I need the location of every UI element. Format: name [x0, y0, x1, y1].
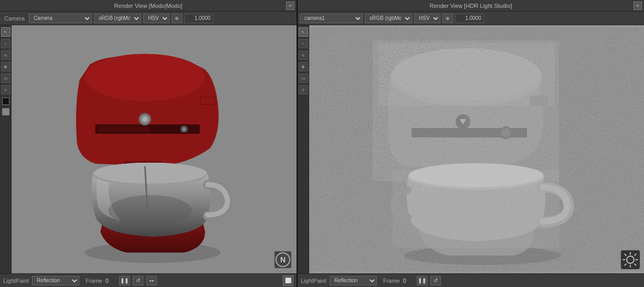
left-tool-frame[interactable]: ▭ — [1, 73, 10, 83]
left-tool-lasso[interactable]: ∿ — [1, 50, 10, 60]
right-tool-zoom[interactable]: ⊕ — [299, 62, 308, 71]
right-toolbar: camera1 sRGB (rgbMonitor) HSV ⊕ — [298, 12, 644, 25]
left-reflection-select[interactable]: Reflection — [32, 276, 79, 285]
left-colorspace-select[interactable]: sRGB (rgbMonitor) — [94, 14, 141, 23]
svg-point-18 — [93, 163, 206, 184]
right-title: Render View [HDR Light Studio] — [430, 3, 512, 9]
left-dots-button[interactable]: ●● — [146, 276, 157, 285]
right-frame-label: Frame — [383, 278, 400, 284]
left-mixer-svg — [12, 25, 297, 273]
left-refresh-button[interactable]: ↺ — [133, 276, 143, 285]
left-title: Render View [Modo|Modo] — [114, 3, 183, 9]
right-watermark — [621, 250, 640, 269]
right-refresh-button[interactable]: ↺ — [430, 276, 441, 285]
right-view-area: ↖ ↑ ∿ ⊕ ▭ ⊹ — [298, 25, 644, 273]
left-mode-select[interactable]: HSV — [143, 14, 170, 23]
left-color-swatch-white[interactable] — [2, 108, 9, 115]
left-title-bar: Render View [Modo|Modo] × — [0, 0, 297, 12]
left-bottom-bar: LightPaint Reflection Frame 0 ❚❚ ↺ ●● ⬜ — [0, 273, 297, 287]
right-colorspace-select[interactable]: sRGB (rgbMonitor) — [365, 14, 412, 23]
right-tool-arrow[interactable]: ↖ — [299, 27, 308, 37]
svg-point-12 — [183, 127, 186, 131]
right-tool-frame[interactable]: ▭ — [299, 73, 308, 83]
right-mixer-svg: ✓ — [309, 25, 644, 273]
right-camera-select[interactable]: camera1 — [300, 14, 363, 23]
left-view-area: ↖ ↑ ∿ ⊕ ▭ ⊹ — [0, 25, 297, 273]
right-title-bar: Render View [HDR Light Studio] × — [298, 0, 644, 12]
svg-point-15 — [142, 116, 147, 122]
svg-rect-7 — [201, 97, 215, 104]
right-reflection-select[interactable]: Reflection — [330, 276, 377, 285]
left-toolbar: Camera Camera sRGB (rgbMonitor) HSV ⊕ — [0, 12, 297, 25]
right-pause-button[interactable]: ❚❚ — [417, 276, 427, 285]
left-exposure-icon[interactable]: ⊕ — [172, 14, 182, 23]
left-render-panel: Render View [Modo|Modo] × Camera Camera … — [0, 0, 298, 287]
right-close-button[interactable]: × — [634, 2, 642, 10]
left-frame-label: Frame — [86, 278, 102, 284]
svg-rect-39 — [309, 27, 644, 271]
right-tool-crop[interactable]: ⊹ — [299, 85, 308, 94]
svg-point-19 — [108, 195, 192, 227]
left-camera-select[interactable]: Camera — [29, 14, 92, 23]
left-lightpaint-label: LightPaint — [3, 278, 29, 284]
left-close-button[interactable]: × — [286, 2, 294, 10]
left-tool-crop[interactable]: ⊹ — [1, 85, 10, 94]
left-tool-arrow[interactable]: ↖ — [1, 27, 10, 37]
right-bottom-bar: LightPaint Reflection Frame 0 ❚❚ ↺ — [298, 273, 644, 287]
right-exposure-icon[interactable]: ⊕ — [442, 14, 453, 23]
right-side-toolbar: ↖ ↑ ∿ ⊕ ▭ ⊹ — [298, 25, 309, 273]
right-mode-select[interactable]: HSV — [414, 14, 440, 23]
right-render-canvas: ✓ — [309, 25, 644, 273]
right-render-panel: Render View [HDR Light Studio] × camera1… — [298, 0, 644, 287]
left-frame-value: 0 — [105, 278, 116, 284]
left-tool-zoom[interactable]: ⊕ — [1, 62, 10, 71]
svg-text:N: N — [280, 256, 286, 264]
left-tool-cursor[interactable]: ↑ — [1, 39, 10, 48]
svg-point-5 — [85, 54, 205, 101]
right-frame-value: 0 — [403, 278, 414, 284]
left-camera-label: Camera — [2, 15, 27, 22]
right-lightpaint-label: LightPaint — [301, 278, 326, 284]
right-tool-cursor[interactable]: ↑ — [299, 39, 308, 48]
left-render-canvas: N — [12, 25, 297, 273]
left-side-toolbar: ↖ ↑ ∿ ⊕ ▭ ⊹ — [0, 25, 12, 273]
right-exposure-value[interactable] — [455, 14, 484, 23]
left-color-swatch-black[interactable] — [2, 98, 9, 105]
svg-rect-9 — [98, 126, 150, 132]
left-watermark: N — [273, 250, 292, 269]
left-expand-button[interactable]: ⬜ — [283, 275, 293, 286]
left-exposure-value[interactable] — [184, 14, 213, 23]
left-pause-button[interactable]: ❚❚ — [119, 276, 130, 285]
right-tool-lasso[interactable]: ∿ — [299, 50, 308, 60]
